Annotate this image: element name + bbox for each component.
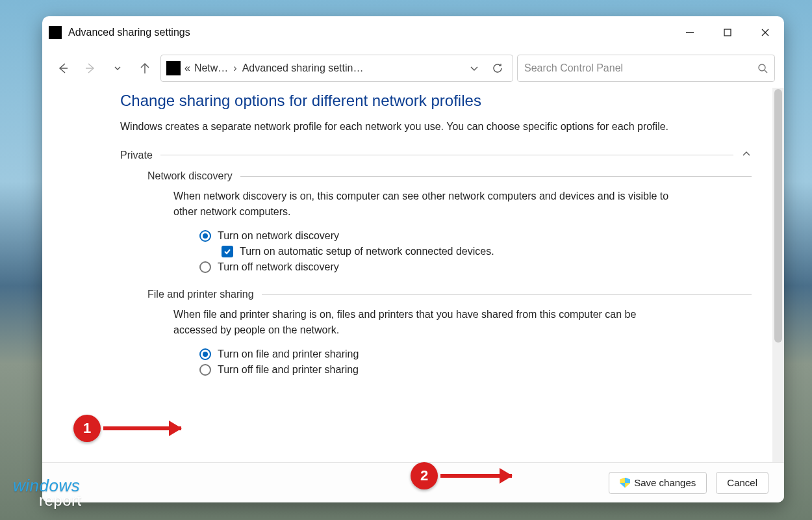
private-section-header[interactable]: Private <box>120 149 752 161</box>
radio-file-printer-on[interactable]: Turn on file and printer sharing <box>199 348 752 360</box>
address-bar[interactable]: « Netw… Advanced sharing settin… <box>160 55 513 82</box>
svg-rect-1 <box>724 29 731 36</box>
cancel-button[interactable]: Cancel <box>716 472 768 494</box>
forward-button[interactable] <box>79 57 102 80</box>
page-description: Windows creates a separate network profi… <box>120 119 685 135</box>
subsection-label: File and printer sharing <box>147 289 254 300</box>
save-changes-button[interactable]: Save changes <box>609 472 707 494</box>
subsection-label: Network discovery <box>147 170 233 182</box>
app-icon <box>49 26 62 39</box>
breadcrumb-overflow: « <box>184 62 190 74</box>
radio-icon <box>199 364 211 376</box>
radio-file-printer-off[interactable]: Turn off file and printer sharing <box>199 364 752 376</box>
minimize-button[interactable] <box>671 16 709 49</box>
svg-line-8 <box>765 70 767 73</box>
section-label: Private <box>120 150 153 161</box>
radio-network-discovery-off[interactable]: Turn off network discovery <box>199 261 752 273</box>
window-title: Advanced sharing settings <box>68 27 671 38</box>
scrollbar[interactable] <box>772 88 784 462</box>
breadcrumb-item[interactable]: Advanced sharing settin… <box>242 62 364 74</box>
radio-label: Turn on file and printer sharing <box>218 348 359 360</box>
radio-label: Turn off file and printer sharing <box>218 364 359 376</box>
page-title: Change sharing options for different net… <box>120 92 752 110</box>
file-printer-description: When file and printer sharing is on, fil… <box>173 307 674 338</box>
back-button[interactable] <box>51 57 75 80</box>
up-button[interactable] <box>133 57 157 80</box>
control-panel-window: Advanced sharing settings « Netw… <box>42 16 784 502</box>
nav-row: « Netw… Advanced sharing settin… Search … <box>42 49 784 88</box>
maximize-button[interactable] <box>709 16 746 49</box>
button-label: Cancel <box>727 477 757 488</box>
divider <box>262 294 752 295</box>
checkbox-label: Turn on automatic setup of network conne… <box>240 246 494 257</box>
search-placeholder: Search Control Panel <box>524 62 757 74</box>
radio-icon <box>199 348 211 360</box>
radio-network-discovery-on[interactable]: Turn on network discovery <box>199 230 752 242</box>
divider <box>160 155 733 155</box>
content-area: Change sharing options for different net… <box>42 88 772 462</box>
network-discovery-description: When network discovery is on, this compu… <box>173 188 674 220</box>
search-icon <box>757 63 768 73</box>
checkbox-icon <box>222 246 233 257</box>
radio-icon <box>199 230 211 242</box>
history-dropdown-button[interactable] <box>106 57 129 80</box>
search-input[interactable]: Search Control Panel <box>517 55 775 82</box>
shield-icon <box>620 478 630 488</box>
watermark: windows report <box>13 478 82 508</box>
scrollbar-thumb[interactable] <box>774 89 782 343</box>
svg-point-7 <box>759 64 765 71</box>
breadcrumb-separator-icon <box>232 62 238 74</box>
checkbox-auto-setup[interactable]: Turn on automatic setup of network conne… <box>222 246 752 257</box>
refresh-button[interactable] <box>488 62 507 74</box>
location-icon <box>166 61 181 75</box>
network-discovery-subsection: Network discovery When network discovery… <box>147 170 752 273</box>
button-label: Save changes <box>634 477 696 488</box>
file-printer-subsection: File and printer sharing When file and p… <box>147 289 752 376</box>
chevron-up-icon <box>741 149 752 161</box>
address-dropdown-button[interactable] <box>464 63 484 73</box>
divider <box>240 176 752 177</box>
radio-label: Turn off network discovery <box>218 261 339 273</box>
close-button[interactable] <box>746 16 784 49</box>
breadcrumb-item[interactable]: Netw… <box>194 62 228 74</box>
radio-icon <box>199 261 211 273</box>
watermark-line2: report <box>39 493 82 508</box>
titlebar: Advanced sharing settings <box>42 16 784 49</box>
footer: Save changes Cancel <box>42 462 784 502</box>
radio-label: Turn on network discovery <box>218 230 339 242</box>
